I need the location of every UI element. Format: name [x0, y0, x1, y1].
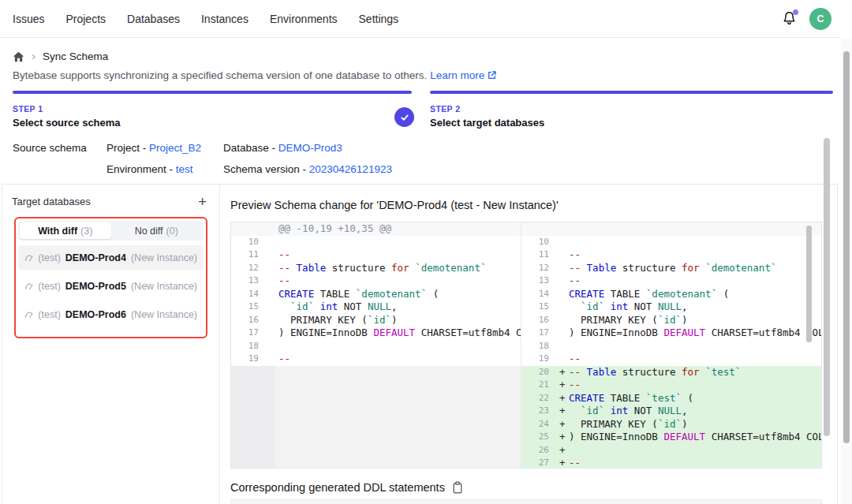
home-icon[interactable]: [13, 51, 24, 62]
syntax-token: `test`: [705, 366, 741, 378]
line-number: 13: [521, 274, 556, 288]
line-number: 18: [521, 340, 556, 353]
learn-more-link[interactable]: Learn more: [430, 69, 497, 81]
syntax-token: --: [569, 248, 581, 260]
nav-item-databases[interactable]: Databases: [127, 13, 180, 25]
diff-line: 14CREATE TABLE `demotenant` (: [231, 288, 521, 301]
db-item-demo-prod6[interactable]: (test)DEMO-Prod6(New Instance): [18, 302, 204, 327]
syntax-token: `test`: [646, 392, 682, 404]
syntax-token: PRIMARY KEY (: [569, 418, 658, 430]
diff-line: 15 `id` int NOT NULL,: [231, 301, 521, 314]
diff-sign: [266, 262, 278, 275]
syntax-token: NULL: [658, 405, 682, 416]
editor-scrollbar-thumb[interactable]: [806, 226, 812, 342]
syntax-token: TABLE: [314, 288, 356, 300]
ddl-statements-label: Corresponding generated DDL statements: [230, 481, 445, 494]
diff-pane-original: @@ -10,19 +10,35 @@1011--12-- Table stru…: [231, 222, 521, 468]
line-number: 17: [521, 327, 556, 340]
nav-item-settings[interactable]: Settings: [359, 13, 399, 25]
code-text: --: [569, 248, 821, 262]
syntax-token: `demotenant`: [415, 262, 486, 274]
syntax-token: --: [569, 262, 587, 274]
db-item-suffix: (New Instance): [131, 252, 197, 263]
diff-line: 25+) ENGINE=InnoDB DEFAULT CHARSET=utf8m…: [521, 431, 821, 444]
syntax-token: [604, 301, 611, 312]
diff-hunk-header: [521, 222, 821, 236]
code-text: --: [569, 274, 821, 288]
step1-block: STEP 1 Select source schema: [13, 104, 121, 129]
code-text: PRIMARY KEY (`id`): [278, 314, 521, 327]
syntax-token: DEFAULT: [373, 327, 415, 338]
nav-item-environments[interactable]: Environments: [270, 13, 338, 25]
line-number: [231, 222, 266, 236]
syntax-token: CREATE: [569, 392, 604, 404]
tab-with-diff[interactable]: With diff(3): [20, 222, 111, 239]
syntax-token: --: [278, 353, 290, 364]
diff-sign: [556, 301, 569, 314]
db-item-environment: (test): [38, 252, 60, 263]
source-field-value-link[interactable]: Project_B2: [149, 142, 201, 154]
syntax-token: ,: [682, 301, 688, 312]
chevron-right-icon: ›: [32, 50, 36, 63]
syntax-token: ) ENGINE=InnoDB: [278, 327, 373, 338]
nav-item-projects[interactable]: Projects: [65, 13, 106, 25]
syntax-token: DEFAULT: [663, 327, 705, 338]
code-text: `id` int NOT NULL,: [569, 301, 821, 314]
tab-no-diff[interactable]: No diff(0): [111, 222, 203, 239]
diff-line: 20+-- Table structure for `test`: [521, 366, 821, 379]
diff-line: 13--: [231, 274, 521, 288]
code-text: PRIMARY KEY (`id`): [569, 418, 821, 431]
nav-item-instances[interactable]: Instances: [201, 13, 248, 25]
code-text: --: [569, 457, 821, 468]
diff-hunk-header: @@ -10,19 +10,35 @@: [231, 222, 521, 236]
syntax-token: Table: [587, 262, 617, 274]
code-text: CREATE TABLE `demotenant` (: [569, 288, 821, 301]
mysql-icon: [24, 309, 33, 320]
diff-sign: [556, 248, 569, 262]
source-field-value-link[interactable]: 20230426121923: [309, 163, 392, 175]
code-text: ) ENGINE=InnoDB DEFAULT CHARSET=utf8mb4 …: [569, 327, 821, 340]
diff-line: 12-- Table structure for `demotenant`: [231, 262, 521, 275]
syntax-token: structure: [616, 366, 682, 378]
code-text: -- Table structure for `test`: [569, 366, 821, 379]
syntax-token: `id`: [581, 405, 604, 416]
mysql-icon: [24, 281, 33, 292]
diff-sign: [266, 288, 278, 301]
copy-icon[interactable]: [452, 481, 463, 494]
diff-sign: [556, 340, 569, 353]
diff-sign: +: [556, 405, 569, 418]
syntax-token: `id`: [290, 301, 314, 312]
nav-item-issues[interactable]: Issues: [13, 13, 44, 25]
diff-line: 11--: [521, 248, 821, 262]
code-text: PRIMARY KEY (`id`): [569, 314, 821, 327]
syntax-token: Table: [297, 262, 327, 274]
code-text: --: [569, 353, 821, 366]
target-databases-title: Target databases: [12, 196, 91, 207]
schema-diff-editor[interactable]: @@ -10,19 +10,35 @@1011--12-- Table stru…: [230, 222, 822, 469]
diff-pane-modified: 1011--12-- Table structure for `demotena…: [521, 222, 821, 468]
line-number: 19: [231, 353, 266, 366]
syntax-token: int: [611, 301, 629, 312]
source-field-value-link[interactable]: test: [176, 163, 193, 175]
db-item-name: DEMO-Prod5: [65, 281, 126, 292]
syntax-token: for: [682, 366, 700, 378]
notification-badge: [793, 9, 798, 15]
target-database-list: (test)DEMO-Prod4(New Instance)(test)DEMO…: [18, 245, 204, 327]
code-text: --: [569, 379, 821, 392]
source-field-value-link[interactable]: DEMO-Prod3: [278, 142, 342, 154]
db-item-demo-prod5[interactable]: (test)DEMO-Prod5(New Instance): [18, 274, 204, 298]
db-item-demo-prod4[interactable]: (test)DEMO-Prod4(New Instance): [18, 245, 204, 270]
tab-label: No diff: [135, 226, 163, 237]
line-number: 25: [521, 431, 556, 444]
syntax-token: for: [391, 262, 409, 274]
page-scrollbar-thumb[interactable]: [843, 51, 850, 443]
step2-kicker: STEP 2: [430, 104, 544, 114]
source-field: Environment - test: [106, 163, 223, 175]
target-databases-header: Target databases +: [12, 192, 210, 210]
avatar[interactable]: C: [809, 8, 831, 30]
syntax-token: `id`: [368, 314, 391, 326]
notification-bell-button[interactable]: [781, 10, 798, 28]
add-target-database-button[interactable]: +: [195, 194, 210, 209]
content-scrollbar-thumb[interactable]: [824, 138, 830, 436]
diff-line: 18: [521, 340, 821, 353]
